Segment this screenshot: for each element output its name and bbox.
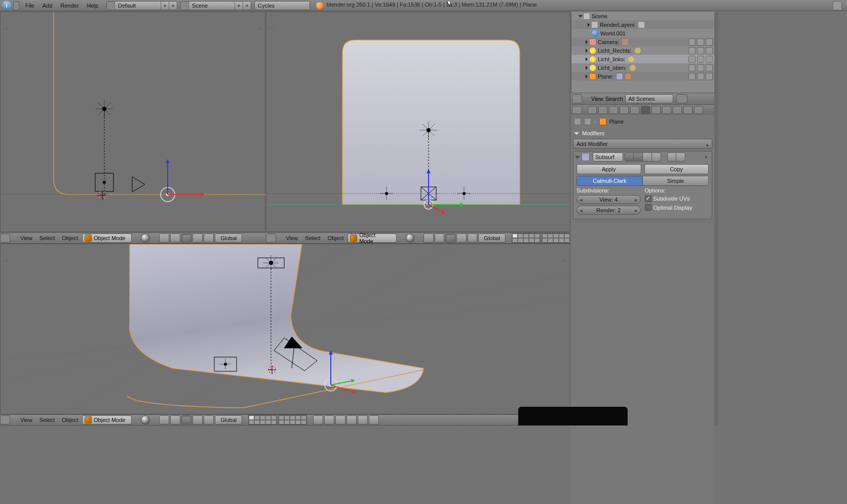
select-icon[interactable] (697, 73, 704, 80)
modifier-remove-icon[interactable]: × (702, 153, 710, 161)
vp-menu-object[interactable]: Object (59, 417, 81, 423)
outliner-item-licht-links[interactable]: Licht_links | (571, 55, 714, 63)
disclosure-icon[interactable] (586, 66, 588, 70)
editor-type-icon[interactable] (572, 94, 582, 103)
optimal-display-checkbox[interactable]: Optimal Display (645, 204, 709, 211)
tab-material-icon[interactable] (662, 106, 671, 114)
eye-icon[interactable] (688, 38, 696, 46)
subdiv-render-field[interactable]: Render: 2 (576, 206, 641, 215)
outliner-filter[interactable]: All Scenes (625, 94, 673, 103)
renderable-icon[interactable] (706, 56, 713, 63)
move-down-icon[interactable] (676, 152, 685, 162)
vp-menu-object[interactable]: Object (59, 235, 81, 241)
tab-constraints-icon[interactable] (630, 106, 639, 114)
pin-icon[interactable] (574, 118, 581, 125)
vp-menu-select[interactable]: Select (302, 235, 324, 241)
scene-add-icon[interactable]: + (235, 2, 243, 10)
manipulator-scale-icon[interactable] (204, 415, 214, 424)
editor-type-icon[interactable] (572, 106, 582, 114)
tab-modifiers-icon[interactable] (641, 106, 650, 114)
renderable-icon[interactable] (706, 47, 713, 54)
mode-selector[interactable]: Object Mode (348, 234, 397, 243)
disclosure-icon[interactable] (586, 40, 588, 44)
viewport-top-right[interactable]: + (266, 12, 570, 232)
disclosure-icon[interactable] (588, 23, 590, 27)
pivot-individual-icon[interactable] (170, 234, 180, 243)
tab-catmull-clark[interactable]: Catmull-Clark (576, 176, 643, 186)
select-icon[interactable] (697, 38, 704, 46)
manipulator-rotate-icon[interactable] (192, 415, 203, 424)
editor-type-icon[interactable] (266, 234, 276, 243)
render-result-icon[interactable] (833, 1, 842, 10)
shading-icon[interactable] (406, 234, 415, 243)
renderable-icon[interactable] (706, 64, 713, 71)
move-up-icon[interactable] (667, 152, 676, 162)
tab-scene-icon[interactable] (598, 106, 607, 114)
orientation-selector[interactable]: Global (478, 234, 506, 243)
pivot-icon[interactable] (159, 415, 169, 424)
shading-icon[interactable] (141, 415, 150, 424)
pivot-icon[interactable] (423, 234, 434, 243)
menu-add[interactable]: Add (38, 0, 57, 11)
disclosure-icon[interactable] (579, 15, 583, 17)
display-edit-icon[interactable] (643, 152, 652, 162)
modifier-name-field[interactable]: Subsurf (593, 152, 623, 162)
editor-dropdown-icon[interactable] (13, 1, 19, 10)
layout-remove-icon[interactable]: × (169, 2, 177, 10)
collapse-icon[interactable] (277, 234, 282, 242)
outliner-item-camera[interactable]: Camera | (571, 37, 714, 46)
display-render-icon[interactable] (625, 152, 634, 162)
pivot-individual-icon[interactable] (170, 415, 180, 424)
display-cage-icon[interactable] (652, 152, 661, 162)
outliner-renderlayers-row[interactable]: RenderLayers (571, 20, 714, 29)
layout-add-icon[interactable]: + (161, 2, 169, 10)
outliner[interactable]: Scene RenderLayers World.001 Camera | Li… (571, 12, 714, 93)
menu-help[interactable]: Help (83, 0, 102, 11)
outliner-scene-row[interactable]: Scene (571, 12, 714, 20)
editor-type-icon[interactable] (0, 234, 10, 243)
orientation-selector[interactable]: Global (215, 234, 242, 243)
menu-render[interactable]: Render (56, 0, 83, 11)
disclosure-icon[interactable] (574, 132, 579, 135)
subdiv-view-field[interactable]: View: 4 (576, 195, 641, 204)
disclosure-icon[interactable] (575, 156, 580, 159)
vp-menu-view[interactable]: View (283, 235, 301, 241)
shading-icon[interactable] (141, 234, 150, 243)
manipulator-rotate-icon[interactable] (192, 234, 203, 243)
info-icon[interactable]: i (2, 1, 11, 10)
select-icon[interactable] (697, 64, 704, 71)
scene-remove-icon[interactable]: × (243, 2, 251, 10)
scene-selector[interactable]: Scene + × (180, 1, 251, 10)
copy-button[interactable]: Copy (644, 164, 709, 174)
subdivide-uv-checkbox[interactable]: Subdivide UVs (645, 195, 709, 202)
layout-selector[interactable]: Default + × (106, 1, 177, 10)
select-icon[interactable] (697, 47, 704, 54)
outliner-menu-search[interactable]: Search (605, 96, 623, 102)
layer-buttons[interactable] (247, 415, 307, 425)
tab-world-icon[interactable] (609, 106, 618, 114)
snap-icon[interactable] (324, 415, 334, 424)
menu-file[interactable]: File (21, 0, 38, 11)
search-icon[interactable] (676, 94, 687, 103)
tab-render-icon[interactable] (588, 106, 597, 114)
orientation-selector[interactable]: Global (215, 415, 242, 424)
pivot-individual-icon[interactable] (435, 234, 445, 243)
outliner-item-licht-rechts[interactable]: Licht_Rechts | (571, 46, 714, 55)
outliner-scrollbar[interactable] (714, 12, 718, 425)
add-modifier-dropdown[interactable]: Add Modifier ▾ (573, 139, 712, 149)
vp-menu-select[interactable]: Select (36, 235, 58, 241)
select-icon[interactable] (697, 56, 704, 63)
vp-menu-select[interactable]: Select (36, 417, 58, 423)
editor-type-icon[interactable] (0, 415, 10, 424)
opengl-anim-icon[interactable] (369, 415, 379, 424)
manipulator-translate-icon[interactable] (181, 415, 191, 424)
tab-physics-icon[interactable] (694, 106, 703, 114)
eye-icon[interactable] (688, 47, 696, 54)
eye-icon[interactable] (688, 56, 696, 63)
viewport-bottom[interactable]: + + (0, 244, 570, 414)
renderable-icon[interactable] (706, 38, 713, 46)
manipulator-translate-icon[interactable] (445, 234, 455, 243)
manipulator-translate-icon[interactable] (181, 234, 191, 243)
pivot-icon[interactable] (159, 234, 169, 243)
vp-menu-view[interactable]: View (17, 235, 35, 241)
